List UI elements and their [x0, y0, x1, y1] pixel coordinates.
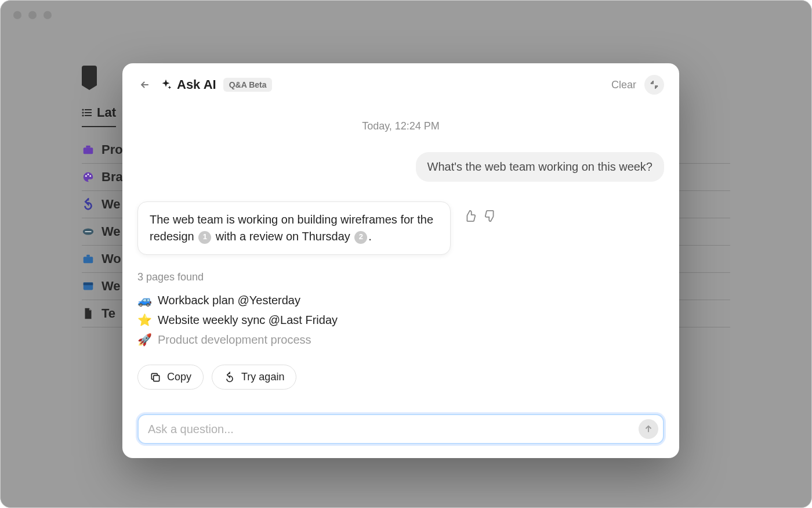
reference-badge-2[interactable]: 2 [354, 231, 367, 244]
source-link[interactable]: ⭐ Website weekly sync @Last Friday [137, 310, 664, 330]
latest-tab-label: Lat [97, 105, 116, 120]
undo-icon [82, 198, 95, 211]
file-icon [82, 307, 95, 320]
list-item-label: We [102, 224, 121, 239]
collapse-icon [650, 80, 659, 89]
latest-tab[interactable]: Lat [82, 105, 116, 127]
pages-found-label: 3 pages found [137, 271, 664, 283]
svg-rect-6 [84, 147, 93, 154]
svg-rect-5 [85, 115, 92, 116]
svg-rect-13 [84, 257, 93, 263]
modal-header: Ask AI Q&A Beta Clear [122, 63, 679, 99]
sparkle-icon [160, 78, 172, 91]
retry-icon [224, 372, 235, 383]
beta-badge: Q&A Beta [223, 78, 273, 92]
svg-rect-16 [84, 283, 93, 286]
maximize-window-icon[interactable] [44, 11, 52, 19]
app-window: Lat Pro Bra We We Wo We Te Ask AI Q&A Be… [0, 0, 812, 508]
list-item-label: Wo [102, 251, 121, 266]
source-title: Workback plan @Yesterday [158, 294, 300, 307]
svg-rect-7 [86, 146, 90, 148]
question-input[interactable] [137, 414, 664, 444]
list-item-label: We [102, 279, 121, 294]
collapse-button[interactable] [644, 75, 664, 95]
list-item-label: Pro [102, 142, 123, 157]
svg-point-8 [85, 175, 87, 177]
send-button[interactable] [639, 419, 658, 439]
timestamp: Today, 12:24 PM [137, 120, 664, 132]
modal-footer [122, 403, 679, 458]
arrow-up-icon [643, 424, 654, 434]
ask-ai-modal: Ask AI Q&A Beta Clear Today, 12:24 PM Wh… [122, 63, 679, 458]
window-icon [82, 280, 95, 293]
list-item-label: Bra [102, 170, 123, 185]
svg-point-0 [82, 109, 84, 110]
source-emoji-icon: 🚀 [137, 333, 152, 347]
ai-text-segment: . [368, 230, 372, 243]
back-button[interactable] [137, 77, 153, 92]
source-link[interactable]: 🚀 Product development process [137, 330, 664, 350]
action-buttons: Copy Try again [137, 365, 664, 390]
svg-rect-3 [85, 112, 92, 113]
thumbs-down-icon[interactable] [484, 210, 497, 222]
toolbox-icon [82, 143, 95, 156]
source-emoji-icon: ⭐ [137, 313, 152, 327]
feedback-buttons [463, 201, 497, 222]
bookmark-icon [82, 66, 97, 85]
svg-point-2 [82, 111, 84, 113]
ai-message: The web team is working on building wire… [137, 201, 451, 255]
conversation-area: Today, 12:24 PM What's the web team work… [122, 99, 679, 403]
source-title: Website weekly sync @Last Friday [158, 314, 338, 327]
user-message: What's the web team working on this week… [416, 152, 664, 182]
copy-label: Copy [167, 371, 191, 383]
svg-rect-17 [154, 375, 160, 381]
svg-rect-1 [85, 109, 92, 110]
close-window-icon[interactable] [13, 11, 21, 19]
svg-point-9 [88, 174, 89, 175]
source-link[interactable]: 🚙 Workback plan @Yesterday [137, 290, 664, 310]
modal-title: Ask AI [177, 77, 216, 92]
copy-button[interactable]: Copy [137, 365, 204, 390]
source-emoji-icon: 🚙 [137, 293, 152, 307]
palette-icon [82, 171, 95, 183]
sources-section: 3 pages found 🚙 Workback plan @Yesterday… [137, 271, 664, 350]
list-icon [82, 109, 92, 117]
list-item-label: We [102, 197, 121, 212]
arrow-left-icon [139, 79, 151, 91]
briefcase-icon [82, 253, 95, 265]
football-icon [82, 225, 95, 238]
svg-rect-14 [86, 255, 90, 257]
ai-text-segment: with a review on Thursday [212, 230, 353, 243]
try-again-button[interactable]: Try again [212, 365, 296, 390]
source-title: Product development process [158, 333, 311, 347]
reference-badge-1[interactable]: 1 [198, 231, 211, 244]
copy-icon [150, 372, 161, 383]
svg-point-4 [82, 114, 84, 116]
clear-button[interactable]: Clear [611, 79, 636, 91]
window-controls [13, 11, 52, 19]
try-again-label: Try again [241, 371, 284, 383]
thumbs-up-icon[interactable] [463, 210, 476, 222]
minimize-window-icon[interactable] [28, 11, 37, 19]
list-item-label: Te [102, 306, 115, 321]
svg-point-10 [89, 175, 91, 177]
